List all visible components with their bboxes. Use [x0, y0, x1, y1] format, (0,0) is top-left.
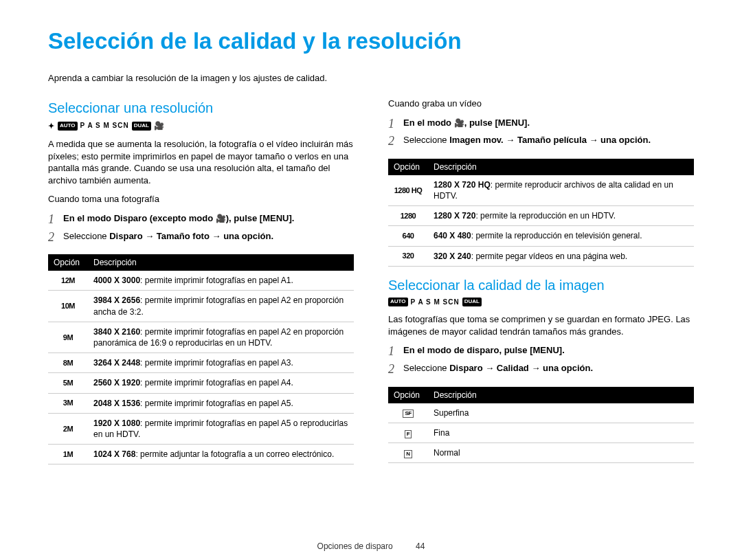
- table-row: 1280 1280 X 720: permite la reproducción…: [388, 206, 694, 226]
- table-row: 12M 4000 X 3000: permite imprimir fotogr…: [48, 271, 354, 291]
- option-icon: 2M: [48, 413, 88, 444]
- photo-step-2: 2 Seleccione Disparo → Tamaño foto → una…: [48, 230, 354, 248]
- page-footer: Opciones de disparo 44: [0, 541, 742, 552]
- table-row: 1280 HQ 1280 X 720 HQ: permite reproduci…: [388, 175, 694, 206]
- dual-mode-icon: DUAL: [132, 122, 151, 131]
- video-steps: 1 En el modo 🎥, pulse [MENU]. 2 Seleccio…: [388, 117, 694, 152]
- resolution-heading: Seleccionar una resolución: [48, 99, 354, 117]
- table-row: F Fina: [388, 423, 694, 443]
- option-desc: 1280 X 720 HQ: permite reproducir archiv…: [428, 175, 694, 206]
- option-desc: 2048 X 1536: permite imprimir fotografía…: [88, 393, 354, 413]
- quality-modes: AUTO P A S M SCN DUAL: [388, 298, 694, 307]
- quality-step-1: 1 En el modo de disparo, pulse [MENU].: [388, 344, 694, 362]
- option-icon: 8M: [48, 353, 88, 373]
- option-desc: 4000 X 3000: permite imprimir fotografía…: [88, 271, 354, 291]
- quality-steps: 1 En el modo de disparo, pulse [MENU]. 2…: [388, 344, 694, 379]
- auto-mode-icon: AUTO: [388, 298, 408, 306]
- option-icon: 320: [388, 246, 428, 266]
- video-step-1: 1 En el modo 🎥, pulse [MENU].: [388, 117, 694, 135]
- table-row: 9M 3840 X 2160: permite imprimir fotogra…: [48, 322, 354, 352]
- footer-section: Opciones de disparo: [317, 541, 393, 551]
- option-desc: 320 X 240: permite pegar vídeos en una p…: [428, 246, 694, 266]
- option-icon: SF: [388, 403, 428, 423]
- option-icon: 1280: [388, 206, 428, 226]
- quality-table: Opción Descripción SF SuperfinaF FinaN N…: [388, 387, 694, 464]
- video-subhead: Cuando graba un vídeo: [388, 98, 694, 110]
- option-desc: 1920 X 1080: permite imprimir fotografía…: [88, 413, 354, 444]
- auto-mode-icon: AUTO: [58, 122, 78, 131]
- right-column: Cuando graba un vídeo 1 En el modo 🎥, pu…: [388, 96, 694, 474]
- photo-resolution-table: Opción Descripción 12M 4000 X 3000: perm…: [48, 254, 354, 464]
- intro-text: Aprenda a cambiar la resolución de la im…: [48, 72, 694, 85]
- table-row: SF Superfina: [388, 403, 694, 423]
- option-icon: 1M: [48, 445, 88, 464]
- table-row: 10M 3984 X 2656: permite imprimir fotogr…: [48, 291, 354, 322]
- video-step-2: 2 Seleccione Imagen mov. → Tamaño pelícu…: [388, 134, 694, 152]
- video-mode-icon: 🎥: [454, 118, 464, 128]
- resolution-modes: ✦ AUTO P A S M SCN DUAL 🎥: [48, 120, 354, 131]
- photo-subhead: Cuando toma una fotografía: [48, 193, 354, 205]
- quality-heading: Seleccionar la calidad de la imagen: [388, 276, 694, 295]
- option-icon: N: [388, 443, 428, 463]
- table-row: 320 320 X 240: permite pegar vídeos en u…: [388, 246, 694, 266]
- option-icon: 9M: [48, 322, 88, 352]
- col-description: Descripción: [428, 159, 694, 175]
- option-desc: 3840 X 2160: permite imprimir fotografía…: [88, 322, 354, 352]
- dual-mode-icon: DUAL: [462, 298, 482, 306]
- option-desc: 3984 X 2656: permite imprimir fotografía…: [88, 291, 354, 322]
- option-icon: 640: [388, 226, 428, 246]
- resolution-body: A medida que se aumenta la resolución, l…: [48, 138, 354, 186]
- quality-step-2: 2 Seleccione Disparo → Calidad → una opc…: [388, 362, 694, 380]
- option-desc: 1280 X 720: permite la reproducción en u…: [428, 206, 694, 226]
- table-row: 640 640 X 480: permite la reproducción e…: [388, 226, 694, 246]
- photo-steps: 1 En el modo Disparo (excepto modo 🎥), p…: [48, 212, 354, 247]
- col-option: Opción: [388, 387, 428, 403]
- option-icon: F: [388, 423, 428, 443]
- table-row: 3M 2048 X 1536: permite imprimir fotogra…: [48, 393, 354, 413]
- page-title: Selección de la calidad y la resolución: [48, 26, 694, 57]
- option-desc: 3264 X 2448: permite imprimir fotografía…: [88, 353, 354, 373]
- video-resolution-table: Opción Descripción 1280 HQ 1280 X 720 HQ…: [388, 159, 694, 267]
- option-desc: Normal: [428, 443, 694, 463]
- option-icon: 12M: [48, 271, 88, 291]
- video-mode-icon: 🎥: [154, 120, 165, 131]
- col-option: Opción: [388, 159, 428, 175]
- option-icon: 10M: [48, 291, 88, 322]
- table-row: N Normal: [388, 443, 694, 463]
- option-desc: Fina: [428, 423, 694, 443]
- option-icon: 5M: [48, 373, 88, 393]
- col-option: Opción: [48, 254, 88, 271]
- option-icon: 1280 HQ: [388, 175, 428, 206]
- option-desc: 1024 X 768: permite adjuntar la fotograf…: [88, 445, 354, 464]
- table-row: 2M 1920 X 1080: permite imprimir fotogra…: [48, 413, 354, 444]
- col-description: Descripción: [428, 387, 694, 403]
- photo-step-1: 1 En el modo Disparo (excepto modo 🎥), p…: [48, 212, 354, 230]
- option-desc: 2560 X 1920: permite imprimir fotografía…: [88, 373, 354, 393]
- video-mode-icon: 🎥: [216, 214, 226, 223]
- option-desc: Superfina: [428, 403, 694, 423]
- table-row: 1M 1024 X 768: permite adjuntar la fotog…: [48, 445, 354, 464]
- table-row: 5M 2560 X 1920: permite imprimir fotogra…: [48, 373, 354, 393]
- page-number: 44: [416, 541, 425, 551]
- option-desc: 640 X 480: permite la reproducción en te…: [428, 226, 694, 246]
- quality-body: Las fotografías que toma se comprimen y …: [388, 313, 694, 337]
- table-row: 8M 3264 X 2448: permite imprimir fotogra…: [48, 353, 354, 373]
- smart-icon: ✦: [48, 121, 55, 131]
- option-icon: 3M: [48, 393, 88, 413]
- col-description: Descripción: [88, 254, 354, 271]
- left-column: Seleccionar una resolución ✦ AUTO P A S …: [48, 96, 354, 474]
